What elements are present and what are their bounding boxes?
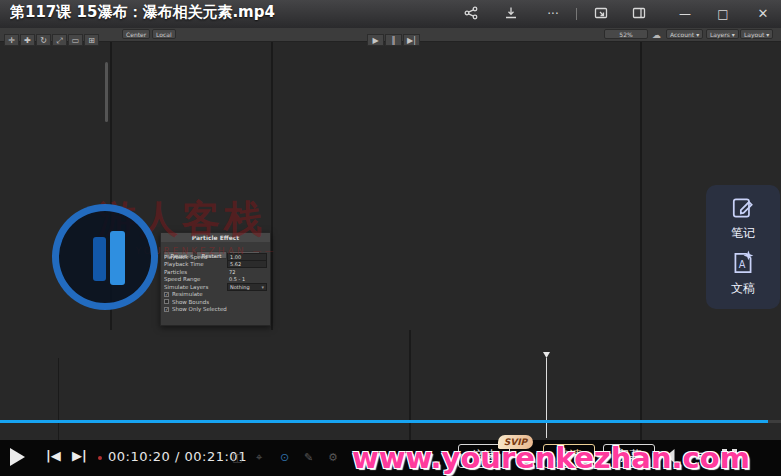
seek-bar-played[interactable] (0, 420, 768, 423)
notes-label: 笔记 (706, 225, 780, 242)
tool-button[interactable]: ⊞ (84, 34, 99, 46)
particle-panel-checkbox-row[interactable]: ✓ Resimulate (161, 291, 270, 299)
side-tools-panel: 笔记 A 文稿 (706, 185, 780, 309)
sidebar-toggle-icon[interactable] (630, 6, 648, 22)
transform-tools: ✛✚↻⤢▭⊞ (3, 28, 99, 47)
particle-panel-field[interactable]: Simulate LayersNothing (161, 283, 270, 291)
next-video-button[interactable]: ▶| (72, 448, 87, 463)
divider[interactable] (640, 42, 642, 440)
seek-bar-remaining[interactable] (768, 420, 781, 423)
tool-button[interactable]: ✚ (20, 34, 35, 46)
tool-button[interactable]: ✛ (4, 34, 19, 46)
cloud-icon[interactable]: ☁ (652, 30, 661, 40)
svg-text:A: A (739, 259, 746, 270)
checkbox[interactable]: ✓ (164, 292, 169, 297)
minimize-icon[interactable]: — (676, 6, 694, 22)
record-dot-icon (98, 456, 102, 460)
notes-button[interactable]: 笔记 (706, 185, 780, 242)
video-player-window: ✛✚↻⤢▭⊞ Center Local ▶‖▶| 52% ☁ Account ▾… (0, 0, 781, 476)
checkbox[interactable] (164, 299, 169, 304)
divider (576, 8, 577, 20)
tool-button[interactable]: ⤢ (52, 34, 67, 46)
divider[interactable] (271, 42, 273, 330)
download-icon[interactable] (502, 6, 520, 22)
hierarchy-scrollbar[interactable] (105, 62, 108, 122)
playhead-line (546, 358, 547, 438)
player-tool-icon-settings[interactable]: ⚙ (328, 451, 338, 464)
space-toggle[interactable]: Local (152, 29, 176, 39)
player-tool-icon-ai[interactable]: ⊙ (280, 451, 289, 464)
player-tool-icon-screenshot[interactable]: ◫ (232, 451, 242, 464)
player-tool-icon-cast[interactable]: ⌖ (256, 451, 262, 464)
play-control-button[interactable]: ▶ (367, 34, 384, 46)
particle-panel-field[interactable]: Particles72 (161, 268, 270, 276)
playback-time: 00:10:20 / 00:21:01 (108, 449, 247, 464)
doc-label: 文稿 (706, 280, 780, 297)
particle-panel-fields: Playback Speed1.00 Playback Time5.62 Par… (161, 253, 270, 291)
share-icon[interactable] (462, 6, 480, 22)
pivot-toggle[interactable]: Center (122, 29, 150, 39)
divider[interactable] (409, 330, 411, 440)
checkbox[interactable]: ✓ (164, 307, 169, 312)
divider[interactable] (58, 358, 59, 440)
brand-logo (52, 204, 158, 310)
url-watermark: www.yourenkezhan.com (352, 441, 750, 475)
player-title-bar: 第117课 15瀑布：瀑布相关元素.mp4 ··· — □ ✕ (0, 0, 781, 28)
more-icon[interactable]: ··· (544, 6, 562, 22)
logo-bar (93, 237, 106, 281)
tool-button[interactable]: ↻ (36, 34, 51, 46)
play-control-button[interactable]: ‖ (385, 34, 402, 46)
particle-panel-checkbox-row[interactable]: Show Bounds (161, 298, 270, 306)
logo-bar (110, 231, 125, 285)
video-title: 第117课 15瀑布：瀑布相关元素.mp4 (10, 3, 275, 22)
close-icon[interactable]: ✕ (754, 6, 772, 22)
maximize-icon[interactable]: □ (714, 6, 732, 22)
note-pencil-icon (730, 195, 756, 221)
unity-main-toolbar: ✛✚↻⤢▭⊞ Center Local ▶‖▶| 52% ☁ Account ▾… (0, 28, 781, 42)
layers-dropdown[interactable]: Layers ▾ (706, 29, 739, 39)
document-ai-icon: A (730, 250, 756, 276)
doc-button[interactable]: A 文稿 (706, 242, 780, 297)
previous-video-button[interactable]: |◀ (46, 448, 61, 463)
collab-status-pill[interactable]: 52% (604, 29, 648, 39)
mini-window-icon[interactable] (592, 6, 610, 22)
particle-panel-field[interactable]: Playback Time5.62 (161, 261, 270, 269)
tool-button[interactable]: ▭ (68, 34, 83, 46)
account-dropdown[interactable]: Account ▾ (666, 29, 703, 39)
layout-dropdown[interactable]: Layout ▾ (740, 29, 773, 39)
player-tool-icon-edit[interactable]: ✎ (304, 451, 313, 464)
particle-panel-checkbox-row[interactable]: ✓ Show Only Selected (161, 306, 270, 314)
play-control-button[interactable]: ▶| (403, 34, 420, 46)
play-controls: ▶‖▶| (366, 28, 420, 47)
particle-panel-checks: ✓ Resimulate Show Bounds ✓ Show Only Sel… (161, 291, 270, 314)
play-button[interactable] (10, 448, 25, 466)
